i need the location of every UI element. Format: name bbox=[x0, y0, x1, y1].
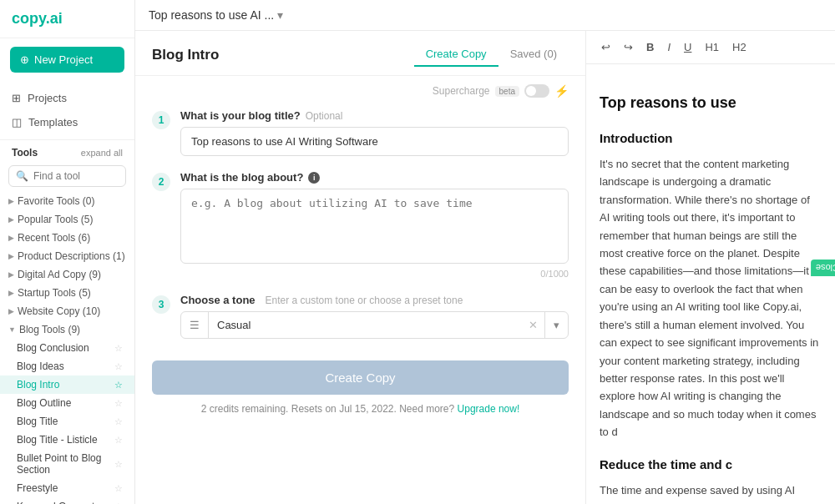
category-label: Blog Tools (9) bbox=[19, 324, 80, 335]
chevron-right-icon: ▶ bbox=[8, 270, 14, 279]
search-icon: 🔍 bbox=[16, 170, 28, 182]
bold-button[interactable]: B bbox=[641, 38, 659, 57]
star-icon[interactable]: ☆ bbox=[114, 416, 123, 427]
tone-selector[interactable]: ☰ Casual ✕ ▾ bbox=[180, 311, 569, 339]
tool-item-blog-title[interactable]: Blog Title ☆ bbox=[0, 412, 134, 431]
category-product-header[interactable]: ▶ Product Descriptions (1) bbox=[0, 247, 134, 265]
category-product: ▶ Product Descriptions (1) bbox=[0, 247, 134, 265]
category-popular: ▶ Popular Tools (5) bbox=[0, 210, 134, 229]
editor-content[interactable]: Top reasons to use Introduction It's no … bbox=[586, 64, 835, 504]
h1-button[interactable]: H1 bbox=[700, 38, 724, 57]
sidebar-nav: ⊞ Projects ◫ Templates bbox=[0, 81, 134, 140]
step-2-content: What is the blog about? i 0/1000 bbox=[180, 171, 569, 279]
star-icon[interactable]: ☆ bbox=[114, 501, 123, 505]
category-digital: ▶ Digital Ad Copy (9) bbox=[0, 265, 134, 284]
h2-button[interactable]: H2 bbox=[727, 38, 752, 57]
category-startup-header[interactable]: ▶ Startup Tools (5) bbox=[0, 284, 134, 302]
tool-item-keyword-gen[interactable]: Keyword Generator ☆ bbox=[0, 497, 134, 504]
tool-item-blog-ideas[interactable]: Blog Ideas ☆ bbox=[0, 357, 134, 375]
chevron-right-icon: ▶ bbox=[8, 215, 14, 224]
star-icon[interactable]: ☆ bbox=[114, 380, 123, 391]
tool-item-freestyle[interactable]: Freestyle ☆ bbox=[0, 479, 134, 497]
step-3-content: Choose a tone Enter a custom tone or cho… bbox=[180, 294, 569, 339]
form-title: Blog Intro bbox=[152, 47, 219, 63]
sidebar-item-projects[interactable]: ⊞ Projects bbox=[0, 86, 134, 110]
tool-item-blog-conclusion[interactable]: Blog Conclusion ☆ bbox=[0, 339, 134, 357]
tool-item-label: Blog Title bbox=[17, 416, 58, 427]
tool-item-label: Bullet Point to Blog Section bbox=[17, 452, 114, 476]
upgrade-link[interactable]: Upgrade now! bbox=[458, 403, 520, 415]
tool-item-label: Blog Ideas bbox=[17, 360, 64, 372]
tool-item-blog-outline[interactable]: Blog Outline ☆ bbox=[0, 394, 134, 412]
info-icon[interactable]: i bbox=[308, 172, 320, 184]
redo-button[interactable]: ↪ bbox=[619, 38, 638, 57]
expand-all-button[interactable]: expand all bbox=[81, 148, 123, 158]
plus-icon: ⊕ bbox=[20, 53, 29, 66]
doc-title-text: Top reasons to use AI ... bbox=[149, 8, 274, 22]
category-digital-header[interactable]: ▶ Digital Ad Copy (9) bbox=[0, 265, 134, 284]
category-label: Popular Tools (5) bbox=[18, 214, 94, 225]
star-icon[interactable]: ☆ bbox=[114, 398, 123, 409]
undo-button[interactable]: ↩ bbox=[596, 38, 615, 57]
star-icon[interactable]: ☆ bbox=[114, 361, 123, 372]
italic-button[interactable]: I bbox=[662, 38, 676, 57]
form-body: 1 What is your blog title? Optional 2 bbox=[135, 101, 585, 431]
tab-create-copy[interactable]: Create Copy bbox=[414, 43, 498, 67]
star-icon[interactable]: ☆ bbox=[114, 483, 123, 494]
category-label: Recent Tools (6) bbox=[18, 232, 90, 244]
sidebar-item-label: Projects bbox=[28, 92, 67, 104]
underline-button[interactable]: U bbox=[679, 38, 696, 57]
toggle-knob bbox=[526, 86, 536, 96]
tool-item-blog-title-listicle[interactable]: Blog Title - Listicle ☆ bbox=[0, 431, 134, 449]
tool-item-bullet-point[interactable]: Bullet Point to Blog Section ☆ bbox=[0, 449, 134, 479]
tool-item-label: Blog Title - Listicle bbox=[17, 434, 98, 446]
create-copy-button[interactable]: Create Copy bbox=[152, 360, 569, 395]
chevron-right-icon: ▶ bbox=[8, 289, 14, 297]
tab-saved[interactable]: Saved (0) bbox=[498, 43, 569, 67]
content-area: Blog Intro Create Copy Saved (0) Superch… bbox=[135, 31, 835, 504]
form-panel: Blog Intro Create Copy Saved (0) Superch… bbox=[135, 31, 586, 504]
category-blog-header[interactable]: ▼ Blog Tools (9) bbox=[0, 320, 134, 339]
category-startup: ▶ Startup Tools (5) bbox=[0, 284, 134, 302]
search-input[interactable] bbox=[33, 170, 119, 182]
tools-header: Tools expand all bbox=[0, 140, 134, 162]
chevron-down-icon[interactable]: ▾ bbox=[277, 8, 283, 22]
star-icon[interactable]: ☆ bbox=[114, 343, 123, 354]
supercharge-toggle[interactable] bbox=[524, 84, 549, 98]
step-number-3: 3 bbox=[152, 295, 170, 314]
editor-wrapper: Close ↩ ↪ B I U H1 H2 Top reasons to use… bbox=[586, 31, 835, 504]
tool-item-blog-intro[interactable]: Blog Intro ☆ bbox=[0, 375, 134, 394]
tool-item-label: Freestyle bbox=[17, 482, 58, 494]
tool-search-box[interactable]: 🔍 bbox=[8, 165, 126, 187]
editor-inner: ↩ ↪ B I U H1 H2 Top reasons to use Intro… bbox=[586, 31, 835, 504]
new-project-button[interactable]: ⊕ New Project bbox=[10, 47, 124, 73]
char-count: 0/1000 bbox=[180, 269, 569, 279]
tone-dropdown-button[interactable]: ▾ bbox=[545, 312, 568, 338]
tools-section-title: Tools bbox=[12, 147, 38, 159]
tone-value: Casual bbox=[209, 312, 522, 338]
editor-main-heading: Top reasons to use bbox=[600, 91, 822, 115]
category-website-header[interactable]: ▶ Website Copy (10) bbox=[0, 302, 134, 320]
star-icon[interactable]: ☆ bbox=[114, 459, 123, 470]
blog-title-input[interactable] bbox=[180, 127, 569, 156]
step-2-label: What is the blog about? i bbox=[180, 171, 569, 184]
tool-item-label: Keyword Generator bbox=[17, 501, 104, 504]
logo-text: copy.ai bbox=[12, 10, 63, 27]
close-panel-button[interactable]: Close bbox=[811, 260, 835, 276]
category-label: Digital Ad Copy (9) bbox=[18, 269, 101, 280]
blog-about-textarea[interactable] bbox=[180, 189, 569, 264]
category-favorite-header[interactable]: ▶ Favorite Tools (0) bbox=[0, 192, 134, 210]
category-recent-header[interactable]: ▶ Recent Tools (6) bbox=[0, 229, 134, 247]
chevron-right-icon: ▶ bbox=[8, 252, 14, 260]
grid-icon: ⊞ bbox=[12, 92, 21, 104]
tool-item-label: Blog Conclusion bbox=[17, 342, 89, 354]
sidebar-item-templates[interactable]: ◫ Templates bbox=[0, 110, 134, 134]
chevron-right-icon: ▶ bbox=[8, 197, 14, 205]
star-icon[interactable]: ☆ bbox=[114, 435, 123, 446]
step-3-label: Choose a tone Enter a custom tone or cho… bbox=[180, 294, 569, 306]
tone-clear-button[interactable]: ✕ bbox=[522, 312, 545, 338]
category-popular-header[interactable]: ▶ Popular Tools (5) bbox=[0, 210, 134, 229]
logo: copy.ai bbox=[0, 0, 134, 38]
new-project-label: New Project bbox=[34, 53, 93, 66]
step-1-label: What is your blog title? Optional bbox=[180, 109, 569, 122]
